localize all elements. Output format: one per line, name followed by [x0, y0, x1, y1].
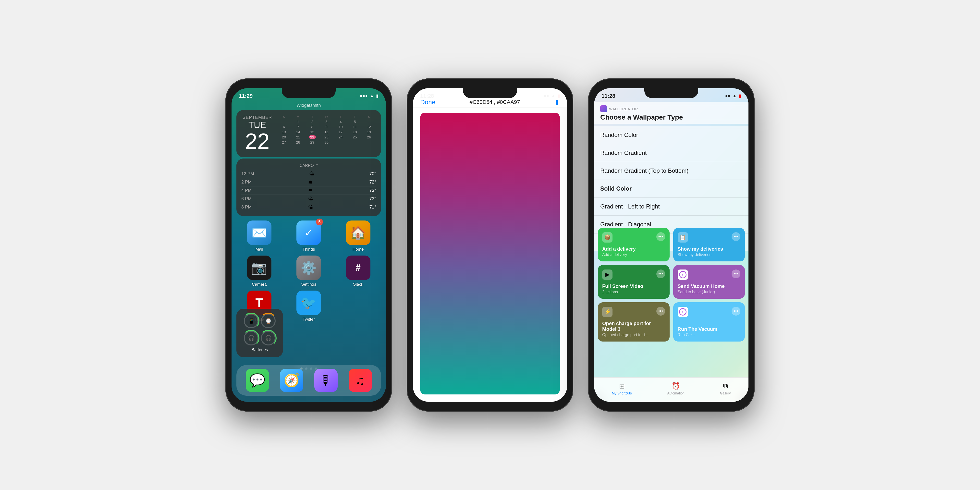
charge-text: Open charge port for Model 3 Opened char…: [602, 317, 665, 337]
neato-inner-2: n: [679, 308, 686, 315]
slack-icon: #: [346, 256, 371, 280]
dock-music[interactable]: ♫: [348, 369, 372, 392]
wallcreator-label: WALLCREATOR: [600, 105, 742, 112]
choose-wallpaper-title: Choose a Wallpaper Type: [600, 113, 742, 121]
add-delivery-title: Add a delivery: [602, 246, 665, 252]
dock-messages[interactable]: 💬: [246, 369, 269, 392]
slack-label: Slack: [353, 282, 363, 287]
cal-row-3: 20 21 22 23 24 25 26: [277, 135, 376, 139]
widget-area: Widgetsmith SEPTEMBER TUE 22 S M T W T F: [236, 103, 381, 217]
notch: [282, 88, 336, 98]
status-icons-3: ●● ▲ ▮: [725, 93, 741, 99]
camera-icon: 📷: [247, 256, 272, 280]
show-deliveries-subtitle: Show my deliveries: [678, 253, 741, 257]
add-delivery-subtitle: Add a delivery: [602, 253, 665, 257]
done-button[interactable]: Done: [420, 99, 435, 106]
home-icon: 🏠: [346, 221, 371, 245]
show-deliveries-more[interactable]: •••: [732, 232, 740, 241]
fullscreen-title: Full Screen Video: [602, 283, 665, 289]
dock-podcasts[interactable]: 🎙: [314, 369, 337, 392]
twitter-icon: 🐦: [296, 291, 321, 315]
notch-3: [644, 88, 698, 98]
tile-send-vacuum[interactable]: n ••• Send Vacuum Home Send to base (Jun…: [673, 265, 745, 299]
app-things[interactable]: ✓ 5 Things: [286, 221, 332, 252]
weather-row-2: 4 PM 🌧 73°: [241, 186, 376, 195]
mail-icon: ✉️: [247, 221, 272, 245]
tile-fullscreen-video[interactable]: ▶ ••• Full Screen Video 2 actions: [598, 265, 670, 299]
menu-random-gradient[interactable]: Random Gradient: [594, 144, 748, 162]
cal-row-4: 27 28 29 30: [277, 140, 376, 144]
run-vacuum-title: Run The Vacuum: [678, 326, 741, 332]
tile-show-deliveries[interactable]: 📋 ••• Show my deliveries Show my deliver…: [673, 228, 745, 261]
shortcuts-grid: 📦 ••• Add a delivery Add a delivery 📋 ••…: [598, 228, 745, 342]
tab-gallery[interactable]: ⧉ Gallery: [720, 382, 730, 395]
weather-row-3: 6 PM 🌤 73°: [241, 195, 376, 203]
tab-my-shortcuts[interactable]: ⊞ My Shortcuts: [612, 382, 632, 395]
weather-row-0: 12 PM 🌤 70°: [241, 170, 376, 178]
phone-3: 11:28 ●● ▲ ▮ WALLCREATOR Choose a Wallpa…: [588, 78, 755, 412]
battery-icon: ▮: [376, 93, 379, 99]
tile-run-vacuum[interactable]: n ••• Run The Vacuum Run Cle...: [673, 302, 745, 342]
add-delivery-icon: 📦: [602, 232, 612, 243]
phone-1: 11:29 ●●● ▲ ▮ Widgetsmith SEPTEMBER TUE …: [225, 78, 392, 412]
home-label: Home: [353, 247, 364, 252]
tile-add-delivery[interactable]: 📦 ••• Add a delivery Add a delivery: [598, 228, 670, 261]
battery-circle-3: 🎧: [244, 331, 258, 345]
phone3-screen: 11:28 ●● ▲ ▮ WALLCREATOR Choose a Wallpa…: [594, 88, 748, 402]
app-home[interactable]: 🏠 Home: [335, 221, 381, 252]
automation-icon: ⏰: [671, 382, 680, 390]
cal-row-1: 6 7 8 9 10 11 12: [277, 125, 376, 129]
phone-2: 11:28 ●● ▲ ▮ Done #C60D54 , #0CAA97 ⬆: [407, 78, 573, 412]
automation-label: Automation: [667, 391, 684, 395]
battery-icon-3: ▮: [739, 93, 741, 99]
show-deliveries-icon: 📋: [678, 232, 688, 243]
charge-port-icon: ⚡: [602, 307, 612, 317]
send-vacuum-text: Send Vacuum Home Send to base (Junior): [678, 280, 741, 294]
widgetsmith-label: Widgetsmith: [236, 103, 381, 108]
charge-subtitle: Opened charge port for t...: [602, 333, 665, 337]
tab-bar: ⊞ My Shortcuts ⏰ Automation ⧉ Gallery: [594, 377, 748, 402]
tile-fullscreen-top: ▶ •••: [602, 269, 665, 280]
menu-solid-color[interactable]: Solid Color: [594, 180, 748, 198]
time-display: 11:29: [239, 93, 253, 99]
dock: 💬 🧭 🎙 ♫: [236, 365, 381, 396]
run-vacuum-text: Run The Vacuum Run Cle...: [678, 323, 741, 337]
share-button[interactable]: ⬆: [554, 98, 560, 106]
dock-safari[interactable]: 🧭: [280, 369, 303, 392]
signal-icon-3: ●●: [725, 93, 730, 99]
run-vacuum-more[interactable]: •••: [732, 307, 740, 315]
things-icon: ✓ 5: [296, 221, 321, 245]
menu-gradient-lr[interactable]: Gradient - Left to Right: [594, 198, 748, 216]
send-vacuum-more[interactable]: •••: [732, 269, 740, 278]
cal-date: 22: [245, 130, 269, 153]
app-twitter[interactable]: 🐦 Twitter: [286, 291, 332, 322]
add-delivery-more[interactable]: •••: [656, 232, 665, 241]
gradient-preview: [420, 113, 560, 395]
gallery-label: Gallery: [720, 391, 730, 395]
status-icons: ●●● ▲ ▮: [360, 93, 379, 99]
charge-more[interactable]: •••: [656, 307, 665, 315]
batteries-widget[interactable]: 📱 ⌚ 🎧 🎧 Batteries: [236, 309, 283, 357]
tile-charge-port[interactable]: ⚡ ••• Open charge port for Model 3 Opene…: [598, 302, 670, 342]
send-vacuum-title: Send Vacuum Home: [678, 283, 741, 289]
tile-run-vacuum-top: n •••: [678, 307, 741, 317]
app-settings[interactable]: ⚙️ Settings: [286, 256, 332, 287]
fullscreen-more[interactable]: •••: [656, 269, 665, 278]
my-shortcuts-label: My Shortcuts: [612, 391, 632, 395]
tile-charge-top: ⚡ •••: [602, 307, 665, 317]
tile-send-vacuum-top: n •••: [678, 269, 741, 280]
menu-random-gradient-tb[interactable]: Random Gradient (Top to Bottom): [594, 162, 748, 180]
phone2-screen: 11:28 ●● ▲ ▮ Done #C60D54 , #0CAA97 ⬆: [413, 88, 567, 402]
shortcuts-header: WALLCREATOR Choose a Wallpaper Type: [594, 102, 748, 124]
menu-random-color[interactable]: Random Color: [594, 126, 748, 144]
calendar-widget[interactable]: SEPTEMBER TUE 22 S M T W T F S: [236, 110, 381, 157]
tile-show-deliveries-top: 📋 •••: [678, 232, 741, 243]
weather-widget[interactable]: CARROT° 12 PM 🌤 70° 2 PM 🌧 72° 4 PM 🌧 73…: [236, 159, 381, 216]
app-camera[interactable]: 📷 Camera: [236, 256, 282, 287]
tab-automation[interactable]: ⏰ Automation: [667, 382, 684, 395]
app-mail[interactable]: ✉️ Mail: [236, 221, 282, 252]
weather-row-4: 8 PM 🌤 71°: [241, 203, 376, 211]
app-slack[interactable]: # Slack: [335, 256, 381, 287]
send-vacuum-subtitle: Send to base (Junior): [678, 290, 741, 294]
wifi-icon: ▲: [370, 93, 374, 99]
